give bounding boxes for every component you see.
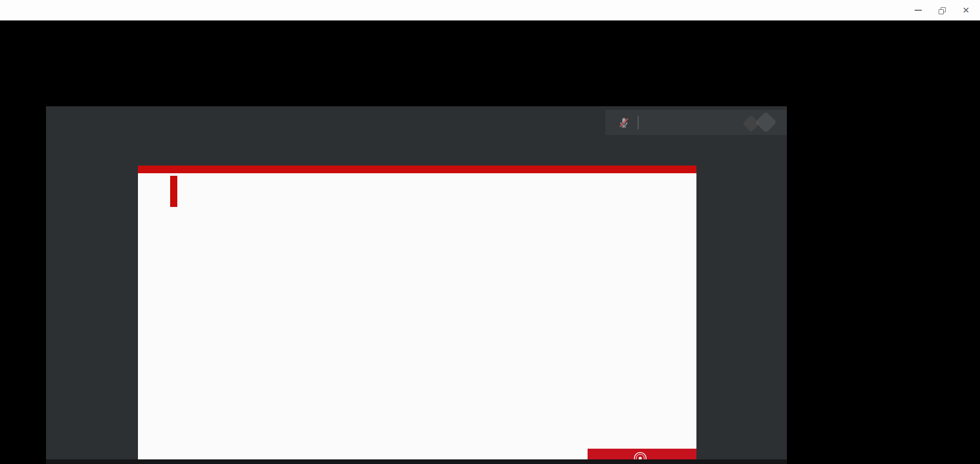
minimize-icon — [915, 10, 922, 11]
sidebar-video-strip — [787, 106, 935, 464]
close-button[interactable]: ✕ — [954, 0, 978, 20]
meeting-logo-watermark — [741, 110, 785, 137]
close-icon: ✕ — [962, 6, 969, 15]
slide-title-accent — [170, 176, 177, 207]
titlebar: ✕ — [0, 0, 980, 20]
restore-icon — [939, 7, 945, 14]
toast-divider — [638, 116, 639, 129]
share-bottom-bar — [46, 459, 787, 464]
window-title — [0, 0, 980, 20]
top-video-strip — [46, 25, 935, 106]
mic-muted-icon — [618, 117, 630, 129]
shared-screen — [46, 106, 787, 464]
slide — [138, 166, 696, 464]
minimize-button[interactable] — [906, 0, 930, 20]
slide-top-bar — [138, 166, 696, 173]
meeting-window: ✕ — [0, 0, 980, 464]
restore-button[interactable] — [930, 0, 954, 20]
speaking-toast — [605, 110, 787, 135]
window-controls: ✕ — [906, 0, 978, 20]
